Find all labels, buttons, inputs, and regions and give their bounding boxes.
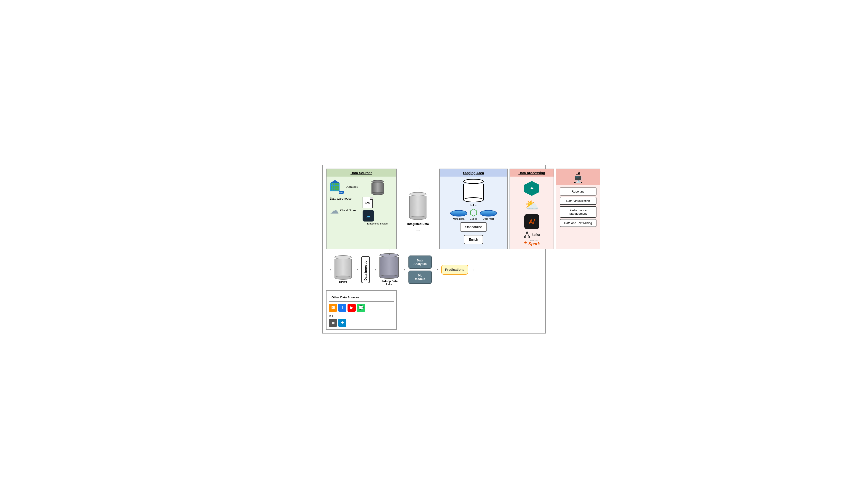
xml-corner <box>370 197 373 200</box>
building-cell <box>333 188 335 191</box>
db-bottom <box>371 192 384 195</box>
dvr-icon: ▦ <box>329 319 337 327</box>
etl-cylinder: ETL <box>463 179 484 207</box>
building-cell <box>333 186 335 188</box>
db-top <box>371 180 384 183</box>
int-cyl-bottom <box>409 216 426 220</box>
kafka-area: kafka <box>524 231 540 238</box>
data-sources-header: Data Sources <box>327 169 396 176</box>
integrated-data-label: Integrated Data <box>407 222 429 226</box>
email-icon: ✉ <box>329 304 337 312</box>
datamart-label: Data mart <box>483 218 494 220</box>
building-cell <box>331 188 332 191</box>
spark-apache-label: APACHE <box>528 239 540 241</box>
arrow-up: ↑ <box>389 248 390 252</box>
svg-line-3 <box>525 233 527 237</box>
bottom-section: Other Data Sources ✉ f ▶ 💬 IoT ▦ ✈ → HDF… <box>326 251 542 330</box>
data-analytics-box: Data Analytics <box>408 255 432 269</box>
whatsapp-icon: 💬 <box>357 304 365 312</box>
hadoop-label: Hadoop Data Lake <box>380 280 399 286</box>
data-warehouse-label: Data warehouse <box>330 197 352 200</box>
xml-label: XML <box>365 201 370 204</box>
database-label: Database <box>345 185 358 188</box>
building-cell <box>335 183 337 185</box>
sql-badge: SQL <box>339 191 344 194</box>
building-cell <box>333 183 335 185</box>
arrow-to-bi: → <box>471 267 475 273</box>
spark-label: Spark <box>528 241 540 246</box>
efs-label: Elastic File System <box>363 222 393 225</box>
int-cyl-body <box>409 196 426 218</box>
cloud-ai-icon: ⛅ <box>525 199 539 211</box>
db-cylinder <box>363 180 393 195</box>
processing-header: Data processing <box>510 169 554 176</box>
arrow-hadoop-to-analytics: → <box>401 267 406 273</box>
cloud-store-label: Cloud Store <box>340 209 356 212</box>
etl-bottom <box>463 197 484 202</box>
processing-section: Data processing ✦ ⛅ Ai <box>510 169 554 249</box>
kafka-label: kafka <box>532 233 540 237</box>
ml-models-box: ML Models <box>408 271 432 284</box>
hdfs-label: HDFS <box>339 280 347 284</box>
cubes-item: ⬡ Cubes <box>470 208 477 220</box>
building-cell <box>337 183 339 185</box>
bi-item-visualization: Data Visualization <box>560 197 596 205</box>
integrated-inner: → Integrated Data → <box>407 169 429 249</box>
kafka-icon <box>524 231 530 238</box>
etl-label: ETL <box>471 203 476 207</box>
bi-header-text: BI <box>576 171 580 175</box>
ds-right: XML ☁ Elastic File System <box>363 180 393 225</box>
svg-line-4 <box>527 233 529 237</box>
diagram-container: Data Sources <box>322 165 546 333</box>
building-cell <box>331 186 332 188</box>
arrow-down: ↓ <box>389 252 390 256</box>
telegram-icon: ✈ <box>338 319 346 327</box>
enrich-box: Enrich <box>464 235 483 244</box>
cloud-icon: ☁ <box>330 205 339 215</box>
arrow-to-predictions: → <box>434 267 439 273</box>
staging-section: Staging Area ETL Meta Data <box>439 169 508 249</box>
meta-label: Meta Data <box>453 218 464 220</box>
other-sources-header: Other Data Sources <box>329 293 394 302</box>
iot-label: IoT <box>329 314 394 317</box>
youtube-icon: ▶ <box>347 304 356 312</box>
building-cell <box>337 186 339 188</box>
arrow-to-hdfs: → <box>327 267 332 273</box>
hdfs-top <box>334 255 352 259</box>
arrow-to-integrated: → <box>415 185 421 191</box>
database-item: SQL Database <box>330 180 360 194</box>
arrow-hdfs-to-ingestion: → <box>354 267 359 273</box>
staging-header: Staging Area <box>440 169 507 176</box>
meta-disk <box>450 210 467 217</box>
etl-top <box>463 179 484 184</box>
standardize-box: Standardize <box>460 222 487 232</box>
building-cell <box>337 188 339 191</box>
bi-header: BI 🖥️ <box>556 169 600 185</box>
building-cell <box>335 186 337 188</box>
data-sources-section: Data Sources <box>326 169 397 249</box>
meta-data-item: Meta Data <box>450 210 467 220</box>
int-cyl-top <box>409 192 426 196</box>
datamart-disk <box>480 210 497 217</box>
data-warehouse-item: Data warehouse <box>330 196 360 200</box>
data-sources-grid: SQL Database Data warehouse ☁ Cloud Stor… <box>329 179 394 226</box>
spark-area: ★ APACHE Spark <box>524 239 540 246</box>
datamart-item: Data mart <box>480 210 497 220</box>
hdfs-cylinder: HDFS <box>334 255 352 284</box>
building-cell <box>331 183 332 185</box>
bottom-pipeline: → HDFS → Data ingestion → ↑ ↓ <box>326 251 397 288</box>
proc-inner: ✦ ⛅ Ai kafka <box>512 179 551 246</box>
building-body <box>330 183 340 192</box>
roof <box>330 180 340 183</box>
bi-items-list: Reporting Data Visualization Performance… <box>558 187 597 227</box>
ds-left: SQL Database Data warehouse ☁ Cloud Stor… <box>330 180 360 225</box>
social-icons-row: ✉ f ▶ 💬 IoT ▦ ✈ <box>329 304 394 327</box>
spark-star: ★ <box>524 240 527 245</box>
integrated-cylinder <box>409 192 426 220</box>
cubes-label: Cubes <box>470 218 477 220</box>
integrated-data-col: → Integrated Data → <box>399 169 437 249</box>
hadoop-cylinder <box>380 253 399 279</box>
predictions-box: Predications <box>441 265 468 275</box>
hdfs-bottom <box>334 276 352 280</box>
other-sources-section: Other Data Sources ✉ f ▶ 💬 IoT ▦ ✈ <box>326 290 397 330</box>
